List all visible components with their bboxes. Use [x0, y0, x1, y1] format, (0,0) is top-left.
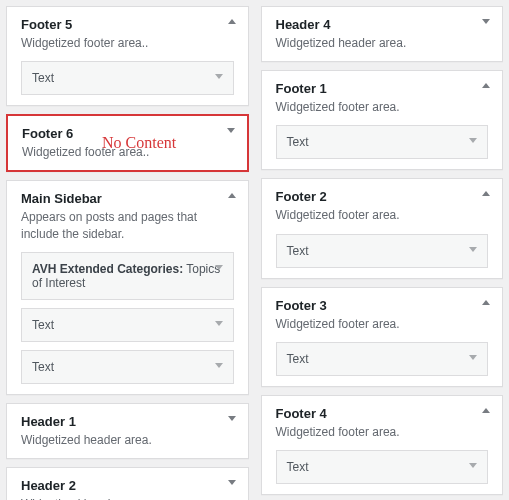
panel-header[interactable]: Footer 2Widgetized footer area.	[262, 179, 503, 233]
widget-area-panel: Header 4Widgetized header area.	[261, 6, 504, 62]
panel-title: Header 2	[21, 478, 234, 493]
chevron-up-icon[interactable]	[482, 300, 490, 305]
panel-body: Text	[7, 61, 248, 105]
widget-area-panel: Header 1Widgetized header area.	[6, 403, 249, 459]
panel-description: Widgetized footer area.	[276, 99, 489, 115]
chevron-down-icon[interactable]	[228, 416, 236, 421]
panel-description: Appears on posts and pages that include …	[21, 209, 234, 241]
panel-description: Widgetized header area.	[276, 35, 489, 51]
chevron-down-icon[interactable]	[228, 480, 236, 485]
chevron-up-icon[interactable]	[482, 191, 490, 196]
widget-area-panel: Footer 4Widgetized footer area.Text	[261, 395, 504, 495]
panel-header[interactable]: Footer 4Widgetized footer area.	[262, 396, 503, 450]
panel-description: Widgetized footer area.	[276, 424, 489, 440]
panel-title: Footer 2	[276, 189, 489, 204]
panel-header[interactable]: Footer 3Widgetized footer area.	[262, 288, 503, 342]
panel-title: Header 4	[276, 17, 489, 32]
widget-label-strong: AVH Extended Categories:	[32, 262, 183, 276]
panel-header[interactable]: Main SidebarAppears on posts and pages t…	[7, 181, 248, 251]
panel-body: AVH Extended Categories: Topics of Inter…	[7, 252, 248, 394]
panel-title: Footer 3	[276, 298, 489, 313]
chevron-down-icon[interactable]	[215, 74, 223, 79]
widget-area-panel: Main SidebarAppears on posts and pages t…	[6, 180, 249, 394]
widget-label: Text	[287, 135, 309, 149]
chevron-down-icon[interactable]	[469, 463, 477, 468]
widget-area-panel: Header 2Widgetized header area.	[6, 467, 249, 500]
panel-body: Text	[262, 450, 503, 494]
widget-area-panel: Footer 1Widgetized footer area.Text	[261, 70, 504, 170]
widget-label: Text	[287, 460, 309, 474]
panel-title: Footer 5	[21, 17, 234, 32]
widget-area-panel: Footer 2Widgetized footer area.Text	[261, 178, 504, 278]
widget-item[interactable]: Text	[276, 342, 489, 376]
chevron-up-icon[interactable]	[482, 83, 490, 88]
panel-description: Widgetized header area.	[21, 496, 234, 500]
panel-title: Footer 1	[276, 81, 489, 96]
right-column: Header 4Widgetized header area.Footer 1W…	[261, 6, 504, 500]
widget-item[interactable]: Text	[276, 125, 489, 159]
widget-area-panel: Footer 5Widgetized footer area..Text	[6, 6, 249, 106]
panel-description: Widgetized footer area..	[21, 35, 234, 51]
panel-body: Text	[262, 234, 503, 278]
chevron-up-icon[interactable]	[228, 19, 236, 24]
panel-title: Header 1	[21, 414, 234, 429]
widget-item[interactable]: Text	[21, 308, 234, 342]
panel-header[interactable]: Header 4Widgetized header area.	[262, 7, 503, 61]
widget-areas-columns: Footer 5Widgetized footer area..TextFoot…	[0, 0, 509, 500]
widget-label: Text	[287, 244, 309, 258]
widget-label: Text	[32, 318, 54, 332]
panel-body: Text	[262, 125, 503, 169]
chevron-down-icon[interactable]	[482, 19, 490, 24]
panel-header[interactable]: Footer 5Widgetized footer area..	[7, 7, 248, 61]
widget-label: Text	[32, 360, 54, 374]
widget-label: Text	[32, 71, 54, 85]
widget-item[interactable]: Text	[21, 350, 234, 384]
widget-item[interactable]: Text	[276, 450, 489, 484]
panel-header[interactable]: Header 2Widgetized header area.	[7, 468, 248, 500]
chevron-down-icon[interactable]	[215, 363, 223, 368]
widget-item[interactable]: Text	[21, 61, 234, 95]
panel-header[interactable]: Footer 1Widgetized footer area.	[262, 71, 503, 125]
panel-title: Footer 4	[276, 406, 489, 421]
widget-area-panel: Footer 3Widgetized footer area.Text	[261, 287, 504, 387]
annotation-label: No Content	[102, 134, 176, 152]
chevron-up-icon[interactable]	[482, 408, 490, 413]
chevron-up-icon[interactable]	[228, 193, 236, 198]
chevron-down-icon[interactable]	[227, 128, 235, 133]
panel-description: Widgetized header area.	[21, 432, 234, 448]
widget-item[interactable]: AVH Extended Categories: Topics of Inter…	[21, 252, 234, 300]
chevron-down-icon[interactable]	[215, 321, 223, 326]
chevron-down-icon[interactable]	[469, 247, 477, 252]
left-column: Footer 5Widgetized footer area..TextFoot…	[6, 6, 249, 500]
panel-header[interactable]: Header 1Widgetized header area.	[7, 404, 248, 458]
widget-item[interactable]: Text	[276, 234, 489, 268]
chevron-down-icon[interactable]	[215, 265, 223, 270]
chevron-down-icon[interactable]	[469, 138, 477, 143]
panel-description: Widgetized footer area.	[276, 316, 489, 332]
panel-description: Widgetized footer area.	[276, 207, 489, 223]
chevron-down-icon[interactable]	[469, 355, 477, 360]
panel-title: Main Sidebar	[21, 191, 234, 206]
widget-label: Text	[287, 352, 309, 366]
panel-body: Text	[262, 342, 503, 386]
widget-area-panel: Footer 6Widgetized footer area..No Conte…	[6, 114, 249, 172]
